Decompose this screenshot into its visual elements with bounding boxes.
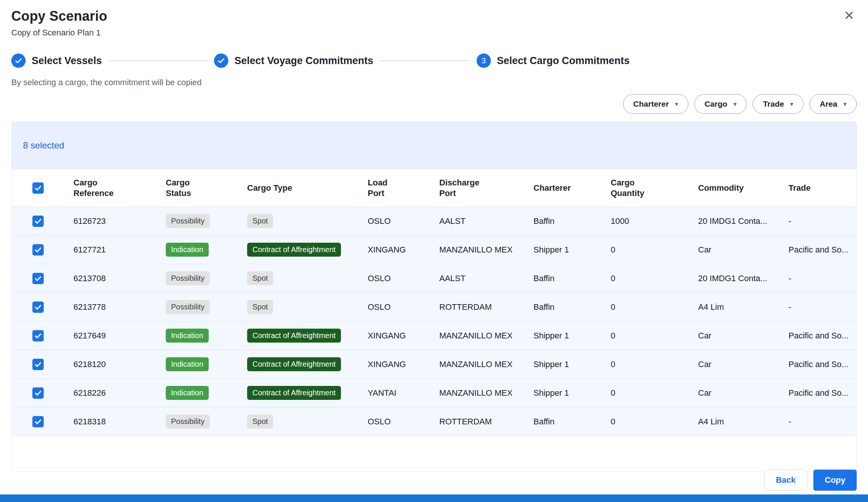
cargo-quantity: 0 (602, 360, 689, 369)
cargo-quantity: 0 (602, 417, 689, 427)
trade: Pacific and So... (779, 245, 856, 255)
row-checkbox[interactable] (32, 330, 44, 341)
column-header-cargo-type: Cargo Type (238, 183, 359, 193)
discharge-port: ROTTERDAM (430, 302, 524, 312)
cargo-selection-note: By selecting a cargo, the commitment wil… (11, 78, 857, 87)
table-row[interactable]: 6213708 Possibility Spot OSLO AALST Baff… (12, 264, 856, 293)
trade: Pacific and So... (779, 360, 856, 369)
cargo-type-badge: Spot (247, 415, 273, 429)
charterer: Shipper 1 (524, 245, 602, 255)
discharge-port: MANZANILLO MEX (430, 245, 524, 255)
cargo-commitments-table: 8 selected Cargo Reference Cargo Status … (11, 121, 857, 472)
cargo-status-badge: Indication (166, 386, 209, 400)
cargo-status-badge: Possibility (166, 271, 210, 285)
discharge-port: MANZANILLO MEX (430, 388, 524, 398)
step-select-vessels[interactable]: Select Vessels (11, 54, 102, 68)
row-checkbox[interactable] (32, 302, 44, 313)
cargo-reference: 6126723 (64, 216, 157, 226)
row-checkbox[interactable] (32, 244, 44, 256)
column-header-cargo-status: Cargo Status (157, 178, 238, 198)
step-number-badge: 3 (477, 54, 491, 68)
cargo-status-badge: Possibility (166, 214, 210, 228)
step-label: Select Voyage Commitments (234, 55, 373, 67)
close-icon[interactable]: ✕ (842, 7, 857, 24)
filter-charterer[interactable]: Charterer ▾ (623, 94, 688, 114)
trade: - (779, 274, 856, 283)
load-port: XINGANG (359, 245, 430, 255)
discharge-port: MANZANILLO MEX (430, 360, 524, 369)
cargo-type-badge: Spot (247, 214, 273, 228)
page-title: Copy Scenario (11, 8, 857, 24)
cargo-type-badge: Contract of Affreightment (247, 243, 341, 257)
filter-area[interactable]: Area ▾ (810, 94, 857, 114)
step-connector (380, 60, 470, 61)
cargo-type-badge: Spot (247, 271, 273, 285)
selection-count: 8 selected (23, 140, 64, 151)
table-row[interactable]: 6218318 Possibility Spot OSLO ROTTERDAM … (12, 407, 856, 436)
trade: - (779, 417, 856, 427)
commodity: A4 Lim (689, 302, 779, 312)
cargo-status-badge: Indication (166, 357, 209, 371)
column-header-commodity: Commodity (689, 183, 779, 193)
row-checkbox[interactable] (32, 416, 44, 427)
table-row[interactable]: 6213778 Possibility Spot OSLO ROTTERDAM … (12, 293, 856, 321)
cargo-reference: 6217649 (64, 331, 157, 341)
row-checkbox[interactable] (32, 359, 44, 370)
step-connector (108, 60, 207, 61)
step-select-cargo-commitments[interactable]: 3 Select Cargo Commitments (477, 54, 630, 68)
row-checkbox[interactable] (32, 273, 44, 284)
row-checkbox[interactable] (32, 387, 44, 399)
table-row[interactable]: 6218226 Indication Contract of Affreight… (12, 379, 856, 407)
discharge-port: MANZANILLO MEX (430, 331, 524, 341)
commodity: Car (689, 388, 779, 398)
step-label: Select Vessels (32, 55, 102, 67)
selection-banner: 8 selected (12, 122, 856, 169)
load-port: OSLO (359, 274, 430, 283)
check-icon (214, 54, 228, 68)
cargo-quantity: 0 (602, 331, 689, 341)
trade: - (779, 216, 856, 226)
chevron-down-icon: ▾ (843, 101, 847, 107)
load-port: OSLO (359, 302, 430, 312)
filter-trade[interactable]: Trade ▾ (753, 94, 804, 114)
cargo-quantity: 1000 (602, 216, 689, 226)
check-icon (11, 54, 26, 68)
filter-cargo[interactable]: Cargo ▾ (694, 94, 747, 114)
filter-label: Area (820, 99, 837, 109)
step-label: Select Cargo Commitments (497, 55, 630, 67)
table-row[interactable]: 6217649 Indication Contract of Affreight… (12, 321, 856, 350)
cargo-type-badge: Spot (247, 300, 273, 314)
commodity: Car (689, 331, 779, 341)
back-button[interactable]: Back (764, 470, 807, 491)
cargo-reference: 6213708 (64, 274, 157, 283)
cargo-reference: 6218120 (64, 360, 157, 369)
commodity: A4 Lim (689, 417, 779, 427)
filter-bar: Charterer ▾ Cargo ▾ Trade ▾ Area ▾ (11, 94, 857, 114)
cargo-reference: 6218226 (64, 388, 157, 398)
copy-scenario-dialog: Copy Scenario Copy of Scenario Plan 1 ✕ … (0, 0, 868, 502)
column-header-cargo-reference: Cargo Reference (64, 178, 157, 198)
table-row[interactable]: 6127721 Indication Contract of Affreight… (12, 236, 856, 264)
chevron-down-icon: ▾ (734, 101, 737, 107)
dialog-header: Copy Scenario Copy of Scenario Plan 1 ✕ (0, 0, 868, 38)
cargo-status-badge: Indication (166, 329, 209, 343)
table-row[interactable]: 6126723 Possibility Spot OSLO AALST Baff… (12, 207, 856, 236)
filter-label: Cargo (704, 99, 727, 109)
column-header-load-port: Load Port (359, 178, 430, 198)
charterer: Shipper 1 (524, 388, 602, 398)
table-row[interactable]: 6218120 Indication Contract of Affreight… (12, 350, 856, 379)
copy-button[interactable]: Copy (813, 470, 857, 491)
row-checkbox[interactable] (32, 216, 44, 227)
discharge-port: AALST (430, 216, 524, 226)
select-all-checkbox[interactable] (32, 182, 44, 194)
dialog-actions: Back Copy (764, 470, 857, 491)
filter-label: Trade (763, 99, 784, 109)
load-port: XINGANG (359, 331, 430, 341)
cargo-reference: 6127721 (64, 245, 157, 255)
table-body: 6126723 Possibility Spot OSLO AALST Baff… (12, 207, 856, 436)
cargo-reference: 6213778 (64, 302, 157, 312)
stepper: Select Vessels Select Voyage Commitments… (11, 54, 857, 68)
discharge-port: AALST (430, 274, 524, 283)
step-select-voyage-commitments[interactable]: Select Voyage Commitments (214, 54, 373, 68)
charterer: Baffin (524, 216, 602, 226)
